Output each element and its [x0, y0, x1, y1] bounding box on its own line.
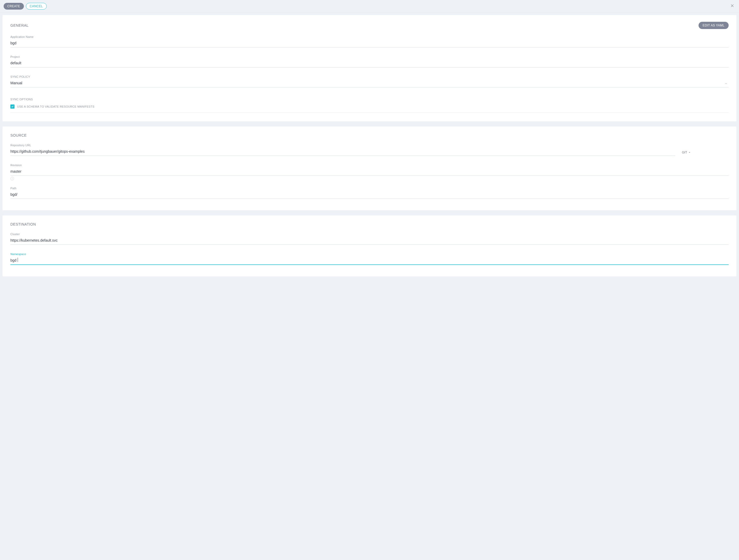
- project-label: Project: [10, 55, 729, 58]
- repo-url-input[interactable]: [10, 148, 675, 156]
- sync-policy-select[interactable]: [10, 80, 729, 87]
- panel-source-title: SOURCE: [10, 133, 27, 137]
- application-name-label: Application Name: [10, 35, 729, 38]
- field-application-name: Application Name: [10, 35, 729, 47]
- revision-input[interactable]: [10, 168, 729, 176]
- panel-general: GENERAL EDIT AS YAML Application Name Pr…: [3, 15, 736, 121]
- close-icon: [730, 4, 734, 8]
- panel-destination-header: DESTINATION: [10, 222, 729, 226]
- revision-label: Revision: [10, 164, 729, 167]
- project-input[interactable]: [10, 60, 729, 67]
- check-icon: [11, 105, 14, 108]
- sync-options-label: SYNC OPTIONS: [10, 98, 729, 101]
- panel-general-title: GENERAL: [10, 23, 28, 27]
- path-input[interactable]: [10, 191, 729, 199]
- cancel-button[interactable]: CANCEL: [26, 3, 47, 10]
- top-bar-buttons: CREATE CANCEL: [4, 3, 47, 10]
- panel-source: SOURCE Repository URL GIT Revision i Pat…: [3, 127, 736, 210]
- create-button[interactable]: CREATE: [4, 3, 24, 10]
- application-name-input[interactable]: [10, 40, 729, 47]
- panel-destination: DESTINATION Cluster Namespace: [3, 216, 736, 276]
- close-button[interactable]: [729, 3, 735, 10]
- caret-down-icon: [688, 151, 691, 154]
- schema-validation-row: USE A SCHEMA TO VALIDATE RESOURCE MANIFE…: [10, 105, 729, 113]
- repo-type-selector[interactable]: GIT: [681, 151, 692, 156]
- field-cluster: Cluster: [10, 233, 729, 245]
- panel-destination-title: DESTINATION: [10, 222, 36, 226]
- cluster-label: Cluster: [10, 233, 729, 236]
- edit-as-yaml-button[interactable]: EDIT AS YAML: [699, 22, 729, 29]
- repo-type-label: GIT: [682, 151, 687, 154]
- repo-url-label: Repository URL: [10, 144, 729, 147]
- schema-validation-label: USE A SCHEMA TO VALIDATE RESOURCE MANIFE…: [17, 105, 95, 108]
- field-namespace: Namespace: [10, 253, 729, 265]
- panel-source-header: SOURCE: [10, 133, 729, 137]
- field-path: Path: [10, 187, 729, 199]
- field-sync-policy: SYNC POLICY: [10, 75, 729, 87]
- namespace-input[interactable]: [10, 257, 729, 265]
- schema-validation-checkbox[interactable]: [10, 105, 14, 109]
- namespace-label: Namespace: [10, 253, 729, 256]
- cluster-input[interactable]: [10, 237, 729, 245]
- field-revision: Revision i: [10, 164, 729, 180]
- field-repo-url: Repository URL GIT: [10, 144, 729, 156]
- path-label: Path: [10, 187, 729, 190]
- sync-options-section: SYNC OPTIONS USE A SCHEMA TO VALIDATE RE…: [10, 98, 729, 113]
- top-bar: CREATE CANCEL: [0, 0, 739, 12]
- panel-general-header: GENERAL EDIT AS YAML: [10, 22, 729, 29]
- info-icon: i: [10, 177, 14, 180]
- field-project: Project: [10, 55, 729, 67]
- content: GENERAL EDIT AS YAML Application Name Pr…: [0, 12, 739, 284]
- sync-policy-label: SYNC POLICY: [10, 75, 729, 78]
